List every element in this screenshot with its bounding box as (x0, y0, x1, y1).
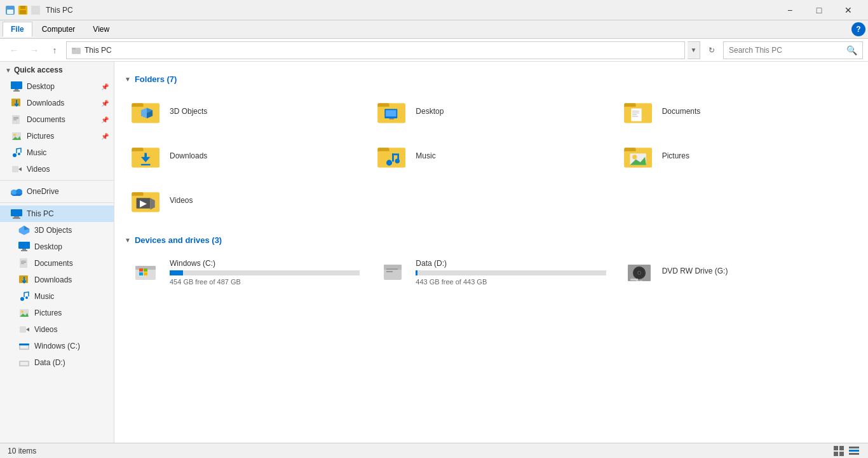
svg-point-22 (18, 153, 20, 155)
svg-rect-39 (21, 263, 24, 264)
search-input[interactable] (729, 46, 846, 55)
sidebar-item-music-pc[interactable]: Music (0, 288, 114, 305)
music-icon (10, 146, 23, 159)
onedrive-section: OneDrive (0, 183, 114, 200)
folder-downloads-icon (130, 142, 163, 170)
svg-rect-125 (849, 450, 859, 452)
tab-computer[interactable]: Computer (34, 22, 84, 37)
sidebar-videos-label: Videos (27, 165, 50, 174)
refresh-button[interactable]: ↻ (703, 41, 721, 59)
svg-rect-37 (21, 261, 26, 261)
folder-3dobjects-icon (130, 97, 163, 125)
large-icons-view-btn[interactable] (832, 445, 845, 457)
quick-access-section: ▼ Quick access Desktop 📌 Downloads 📌 (0, 62, 114, 177)
sidebar-item-downloads-qa[interactable]: Downloads 📌 (0, 95, 114, 111)
svg-rect-7 (72, 48, 76, 50)
folder-desktop[interactable]: Desktop (370, 92, 611, 131)
tab-file[interactable]: File (3, 22, 32, 37)
quick-access-header[interactable]: ▼ Quick access (0, 62, 114, 78)
details-view-btn[interactable] (848, 445, 860, 457)
drive-windows-icon (130, 258, 163, 286)
sidebar-item-videos-pc[interactable]: Videos (0, 321, 114, 338)
svg-rect-8 (11, 81, 22, 89)
svg-point-21 (13, 153, 17, 157)
3dobjects-small-icon (18, 224, 31, 237)
sidebar-item-downloads-pc[interactable]: Downloads (0, 272, 114, 288)
sidebar-item-onedrive[interactable]: OneDrive (0, 183, 114, 200)
drives-grid: Windows (C:) 454 GB free of 487 GB (125, 253, 858, 292)
sidebar-item-data-d[interactable]: Data (D:) (0, 354, 114, 371)
svg-rect-10 (13, 90, 20, 92)
drives-section-title: Devices and drives (3) (135, 235, 222, 245)
folder-3dobjects[interactable]: 3D Objects (125, 92, 365, 131)
pictures-icon (10, 130, 23, 142)
folder-music[interactable]: Music (370, 136, 611, 176)
sidebar-item-thispc[interactable]: This PC (0, 205, 114, 222)
thispc-icon (10, 207, 23, 220)
search-box[interactable]: 🔍 (723, 41, 863, 59)
sidebar-item-3dobjects[interactable]: 3D Objects (0, 222, 114, 239)
drive-data-d[interactable]: Data (D:) 443 GB free of 443 GB (370, 253, 611, 292)
sidebar-item-documents-qa[interactable]: Documents 📌 (0, 111, 114, 128)
close-button[interactable]: ✕ (834, 0, 863, 20)
address-dropdown[interactable]: ▼ (688, 41, 700, 59)
sidebar-item-documents-pc[interactable]: Documents (0, 255, 114, 272)
svg-rect-15 (13, 117, 18, 118)
svg-rect-104 (144, 268, 147, 272)
sidebar-3dobjects-label: 3D Objects (34, 226, 72, 235)
sidebar-item-videos-qa[interactable]: Videos (0, 161, 114, 177)
svg-rect-33 (18, 242, 30, 249)
svg-rect-80 (141, 164, 151, 165)
drive-windows-c[interactable]: Windows (C:) 454 GB free of 487 GB (125, 253, 365, 292)
sidebar-onedrive-label: OneDrive (27, 187, 59, 196)
minimize-button[interactable]: − (775, 0, 804, 20)
ribbon-tabs: File Computer View ? (0, 20, 868, 38)
folder-downloads[interactable]: Downloads (125, 136, 365, 176)
folder-documents-label: Documents (662, 107, 701, 116)
sidebar-item-desktop[interactable]: Desktop 📌 (0, 78, 114, 95)
svg-rect-35 (21, 250, 27, 251)
svg-rect-42 (24, 277, 25, 281)
quick-access-label: Quick access (14, 66, 63, 74)
sidebar-item-pictures-qa[interactable]: Pictures 📌 (0, 128, 114, 144)
path-text: This PC (85, 46, 112, 55)
sidebar-downloads-label: Downloads (27, 99, 64, 108)
folder-pictures-icon (623, 142, 656, 170)
drive-dvd-g[interactable]: DVD DVD RW Drive (G:) (617, 253, 858, 292)
maximize-button[interactable]: □ (804, 0, 834, 20)
chevron-icon: ▼ (5, 67, 11, 74)
folder-videos[interactable]: Videos (125, 181, 365, 220)
sidebar-item-desktop-pc[interactable]: Desktop (0, 239, 114, 255)
address-path[interactable]: This PC (66, 41, 685, 59)
help-button[interactable]: ? (851, 22, 865, 36)
sidebar-downloads-pc-label: Downloads (34, 275, 72, 284)
sidebar-item-pictures-pc[interactable]: Pictures (0, 305, 114, 321)
sidebar-windows-c-label: Windows (C:) (34, 342, 80, 350)
folder-documents[interactable]: Documents (617, 92, 858, 131)
drive-data-icon (376, 258, 409, 286)
drive-windows-free: 454 GB free of 487 GB (170, 278, 360, 286)
folder-videos-label: Videos (170, 196, 193, 205)
sidebar-videos-pc-label: Videos (34, 325, 57, 334)
sidebar-item-music-qa[interactable]: Music (0, 144, 114, 161)
forward-button[interactable]: → (25, 41, 43, 59)
tab-view[interactable]: View (85, 22, 118, 37)
folders-collapse-btn[interactable]: ▼ (125, 76, 131, 83)
drive-windows-info: Windows (C:) 454 GB free of 487 GB (170, 259, 360, 286)
up-button[interactable]: ↑ (46, 41, 64, 59)
drives-collapse-btn[interactable]: ▼ (125, 237, 131, 244)
data-drive-small-icon (18, 356, 31, 369)
back-button[interactable]: ← (5, 41, 23, 59)
sidebar-item-windows-c[interactable]: Windows (C:) (0, 338, 114, 354)
videos-small-icon (18, 323, 31, 336)
drives-section-header: ▼ Devices and drives (3) (125, 235, 858, 245)
status-bar: 10 items (0, 443, 868, 458)
folders-grid: 3D Objects Desktop (125, 92, 858, 220)
sidebar-music-label: Music (27, 148, 46, 157)
svg-point-46 (21, 310, 24, 313)
svg-marker-49 (26, 328, 29, 331)
folder-pictures[interactable]: Pictures (617, 136, 858, 176)
sidebar-desktop-pc-label: Desktop (34, 242, 62, 251)
sidebar: ▼ Quick access Desktop 📌 Downloads 📌 (0, 62, 114, 443)
folders-section-title: Folders (7) (135, 74, 177, 84)
